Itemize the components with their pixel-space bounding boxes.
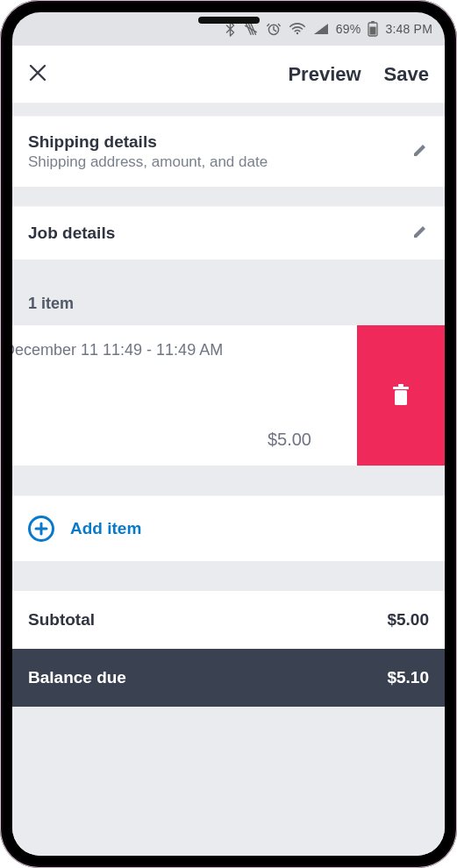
line-item-row[interactable]: December 11 11:49 - 11:49 AM $5.00 <box>12 325 445 466</box>
svg-rect-4 <box>370 27 376 35</box>
bluetooth-icon <box>225 21 236 37</box>
edit-shipping-button[interactable] <box>411 141 429 162</box>
line-item-price: $5.00 <box>12 430 317 450</box>
header: Preview Save <box>12 46 445 103</box>
status-bar: 69% 3:48 PM <box>12 12 445 46</box>
svg-point-1 <box>296 32 298 34</box>
svg-rect-5 <box>395 390 407 405</box>
line-item-desc: December 11 11:49 - 11:49 AM <box>12 341 317 359</box>
job-title: Job details <box>28 224 411 243</box>
balance-value: $5.10 <box>387 668 429 687</box>
add-item-label: Add item <box>70 519 141 538</box>
wifi-icon <box>289 22 306 36</box>
phone-frame: 69% 3:48 PM Preview Save Ship <box>0 0 457 868</box>
plus-circle-icon <box>28 516 54 542</box>
subtotal-row: Subtotal $5.00 <box>12 591 445 649</box>
shipping-title: Shipping details <box>28 132 411 152</box>
shipping-subtitle: Shipping address, amount, and date <box>28 153 411 171</box>
svg-rect-6 <box>393 387 409 389</box>
pencil-icon <box>411 223 429 240</box>
svg-rect-7 <box>398 384 403 387</box>
status-time: 3:48 PM <box>385 22 432 36</box>
vibrate-icon <box>243 21 259 37</box>
signal-icon <box>313 23 329 35</box>
close-icon <box>28 63 47 82</box>
battery-percent: 69% <box>336 22 361 36</box>
close-button[interactable] <box>28 62 47 87</box>
svg-rect-3 <box>371 21 375 23</box>
items-count: 1 item <box>12 279 445 325</box>
subtotal-value: $5.00 <box>387 610 429 630</box>
content: Shipping details Shipping address, amoun… <box>12 103 445 856</box>
trash-icon <box>390 383 411 408</box>
add-item-button[interactable]: Add item <box>12 495 445 561</box>
balance-label: Balance due <box>28 668 126 687</box>
shipping-details-section[interactable]: Shipping details Shipping address, amoun… <box>12 116 445 187</box>
alarm-icon <box>266 21 282 37</box>
pencil-icon <box>411 141 429 159</box>
delete-item-button[interactable] <box>357 325 445 466</box>
job-details-section[interactable]: Job details <box>12 206 445 260</box>
battery-icon <box>368 21 378 37</box>
balance-due-row: Balance due $5.10 <box>12 649 445 707</box>
screen: 69% 3:48 PM Preview Save Ship <box>12 12 445 856</box>
preview-button[interactable]: Preview <box>288 63 361 86</box>
save-button[interactable]: Save <box>384 63 429 86</box>
subtotal-label: Subtotal <box>28 610 95 630</box>
edit-job-button[interactable] <box>411 223 429 244</box>
